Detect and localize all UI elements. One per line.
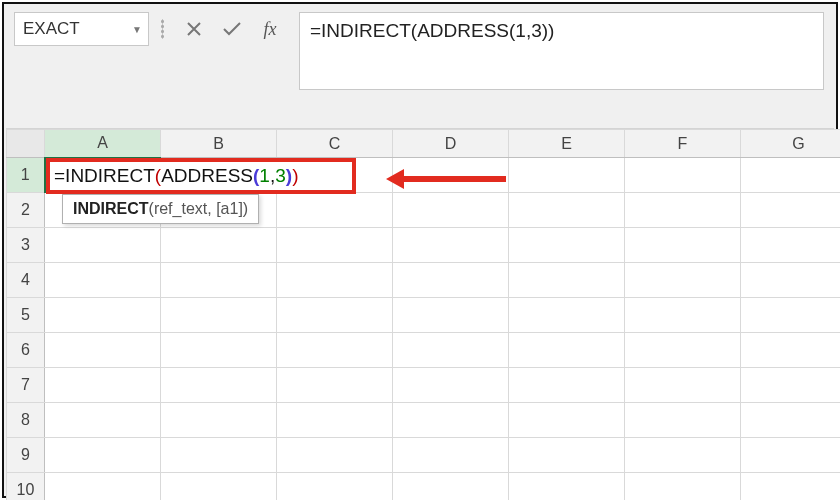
row-header[interactable]: 6 <box>7 333 45 368</box>
cell[interactable] <box>277 228 393 263</box>
cell[interactable] <box>741 158 841 193</box>
formula-arg-1: 1 <box>259 165 270 187</box>
cell[interactable] <box>625 438 741 473</box>
formula-bar-buttons: fx <box>175 12 289 46</box>
cell[interactable] <box>741 333 841 368</box>
row-header[interactable]: 1 <box>7 158 45 193</box>
cell[interactable] <box>393 263 509 298</box>
cell[interactable] <box>509 158 625 193</box>
cell[interactable] <box>393 368 509 403</box>
column-header[interactable]: E <box>509 130 625 158</box>
cell[interactable] <box>277 193 393 228</box>
cell[interactable] <box>393 403 509 438</box>
cell[interactable] <box>161 298 277 333</box>
column-header[interactable]: G <box>741 130 841 158</box>
cell[interactable] <box>625 403 741 438</box>
cell[interactable] <box>161 438 277 473</box>
grid-row: 3 <box>7 228 841 263</box>
cell[interactable] <box>277 298 393 333</box>
cell[interactable] <box>277 403 393 438</box>
name-box[interactable]: EXACT ▼ <box>14 12 149 46</box>
cell[interactable] <box>741 298 841 333</box>
separator <box>159 12 165 46</box>
cell[interactable] <box>625 228 741 263</box>
cancel-button[interactable] <box>175 12 213 46</box>
column-header[interactable]: B <box>161 130 277 158</box>
cell[interactable] <box>625 473 741 501</box>
enter-button[interactable] <box>213 12 251 46</box>
cell[interactable] <box>161 333 277 368</box>
cell[interactable] <box>741 263 841 298</box>
cell[interactable] <box>161 228 277 263</box>
cell[interactable] <box>625 298 741 333</box>
cell[interactable] <box>625 193 741 228</box>
cell[interactable] <box>509 193 625 228</box>
formula-equals: = <box>54 165 65 187</box>
cell[interactable] <box>393 228 509 263</box>
cell[interactable] <box>45 298 161 333</box>
cell[interactable] <box>741 438 841 473</box>
column-header[interactable]: D <box>393 130 509 158</box>
cell[interactable] <box>45 473 161 501</box>
formula-fn-address: ADDRESS <box>161 165 253 187</box>
row-header[interactable]: 2 <box>7 193 45 228</box>
cell[interactable] <box>393 438 509 473</box>
insert-function-button[interactable]: fx <box>251 12 289 46</box>
cell[interactable] <box>393 298 509 333</box>
cell[interactable] <box>393 333 509 368</box>
cell[interactable] <box>45 438 161 473</box>
cell[interactable] <box>509 403 625 438</box>
formula-input[interactable]: =INDIRECT(ADDRESS(1,3)) <box>299 12 824 90</box>
cell[interactable] <box>509 333 625 368</box>
grid-row: 6 <box>7 333 841 368</box>
column-header[interactable]: F <box>625 130 741 158</box>
formula-input-text: =INDIRECT(ADDRESS(1,3)) <box>310 20 554 41</box>
cell[interactable] <box>509 263 625 298</box>
cell[interactable] <box>277 473 393 501</box>
cell[interactable] <box>45 228 161 263</box>
cell[interactable] <box>161 403 277 438</box>
cell[interactable] <box>161 368 277 403</box>
row-header[interactable]: 3 <box>7 228 45 263</box>
active-cell-editor[interactable]: = INDIRECT ( ADDRESS ( 1 , 3 ) ) <box>46 158 356 194</box>
cell[interactable] <box>45 403 161 438</box>
cell[interactable] <box>509 473 625 501</box>
cell[interactable] <box>45 263 161 298</box>
cell[interactable] <box>625 333 741 368</box>
cell[interactable] <box>741 193 841 228</box>
dropdown-icon[interactable]: ▼ <box>132 24 142 35</box>
cell[interactable] <box>625 263 741 298</box>
column-header[interactable]: A <box>45 130 161 158</box>
cell[interactable] <box>741 403 841 438</box>
cell[interactable] <box>625 368 741 403</box>
cell[interactable] <box>45 333 161 368</box>
cell[interactable] <box>509 438 625 473</box>
app-frame: EXACT ▼ fx =INDIRECT(ADDRESS(1,3)) <box>2 2 838 498</box>
cell[interactable] <box>277 368 393 403</box>
select-all-corner[interactable] <box>7 130 45 158</box>
worksheet[interactable]: ABCDEFG 12345678910 = INDIRECT ( ADDRESS… <box>6 128 834 494</box>
row-header[interactable]: 7 <box>7 368 45 403</box>
row-header[interactable]: 8 <box>7 403 45 438</box>
row-header[interactable]: 5 <box>7 298 45 333</box>
cell[interactable] <box>741 368 841 403</box>
cell[interactable] <box>625 158 741 193</box>
cell[interactable] <box>161 263 277 298</box>
cell[interactable] <box>393 193 509 228</box>
row-header[interactable]: 9 <box>7 438 45 473</box>
cell[interactable] <box>509 228 625 263</box>
row-header[interactable]: 10 <box>7 473 45 501</box>
cell[interactable] <box>277 263 393 298</box>
cell[interactable] <box>509 298 625 333</box>
cell[interactable] <box>277 333 393 368</box>
cell[interactable] <box>741 228 841 263</box>
cell[interactable] <box>741 473 841 501</box>
check-icon <box>222 21 242 37</box>
cell[interactable] <box>45 368 161 403</box>
cell[interactable] <box>509 368 625 403</box>
row-header[interactable]: 4 <box>7 263 45 298</box>
cell[interactable] <box>277 438 393 473</box>
cell[interactable] <box>161 473 277 501</box>
cell[interactable] <box>393 473 509 501</box>
column-header[interactable]: C <box>277 130 393 158</box>
